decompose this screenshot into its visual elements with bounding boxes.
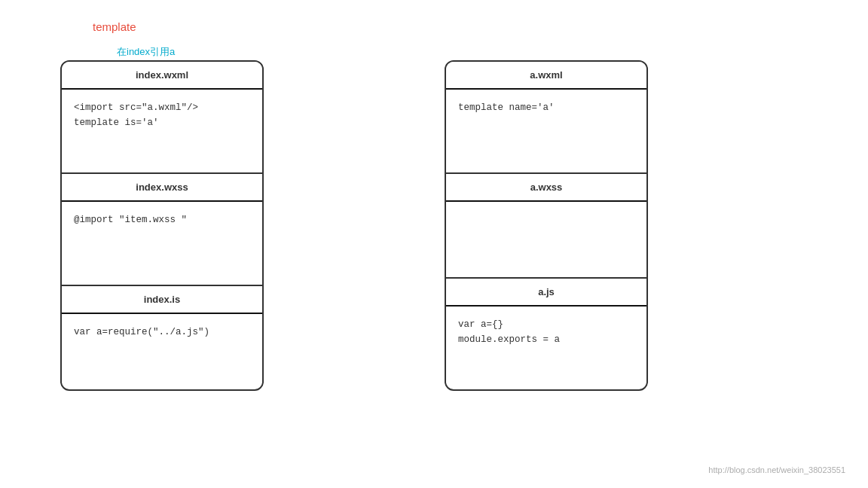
file-section-2: index.isvar a=require("../a.js") — [62, 286, 262, 359]
file-body-1 — [446, 202, 646, 277]
right-file-card: a.wxmltemplate name='a'a.wxssa.jsvar a={… — [445, 60, 648, 391]
file-header-0: index.wxml — [62, 62, 262, 90]
file-section-0: index.wxml<import src="a.wxml"/>template… — [62, 62, 262, 174]
file-header-0: a.wxml — [446, 62, 646, 90]
file-body-2: var a=require("../a.js") — [62, 314, 262, 359]
file-header-2: a.js — [446, 279, 646, 307]
file-section-2: a.jsvar a={}module.exports = a — [446, 279, 646, 389]
left-file-card: index.wxml<import src="a.wxml"/>template… — [60, 60, 264, 391]
file-body-0: template name='a' — [446, 90, 646, 172]
file-header-1: index.wxss — [62, 174, 262, 202]
file-header-1: a.wxss — [446, 174, 646, 202]
file-section-1: index.wxss@import "item.wxss " — [62, 174, 262, 286]
subtitle: 在index引用a — [117, 45, 175, 59]
file-header-2: index.is — [62, 286, 262, 314]
page-title: template — [93, 20, 136, 33]
file-body-2: var a={}module.exports = a — [446, 307, 646, 389]
watermark: http://blog.csdn.net/weixin_38023551 — [708, 465, 845, 474]
file-body-1: @import "item.wxss " — [62, 202, 262, 285]
file-body-0: <import src="a.wxml"/>template is='a' — [62, 90, 262, 172]
diagram-container: index.wxml<import src="a.wxml"/>template… — [60, 60, 648, 391]
file-section-0: a.wxmltemplate name='a' — [446, 62, 646, 174]
file-section-1: a.wxss — [446, 174, 646, 279]
